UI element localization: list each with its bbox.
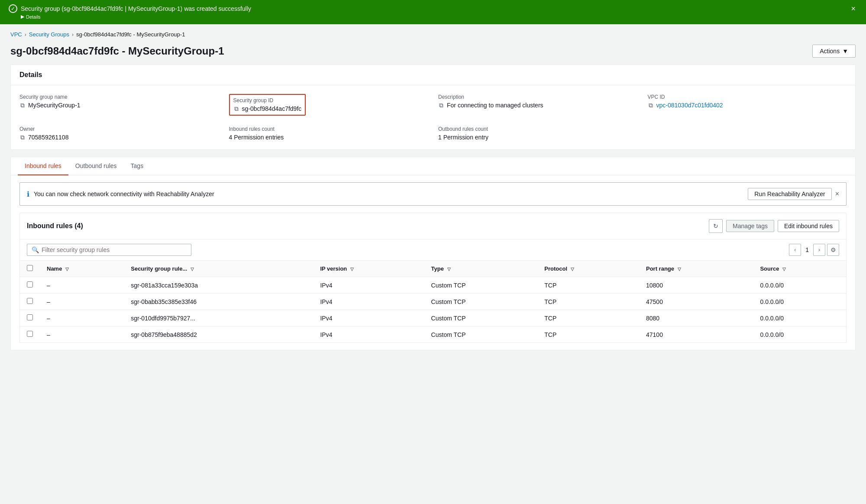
col-protocol: Protocol ▽ xyxy=(537,261,639,277)
rules-header: Inbound rules (4) ↻ Manage tags Edit inb… xyxy=(20,213,846,239)
chevron-down-icon: ▼ xyxy=(842,48,848,55)
main-content: VPC › Security Groups › sg-0bcf984d4ac7f… xyxy=(0,24,866,504)
row-source-3: 0.0.0.0/0 xyxy=(753,326,846,343)
run-reachability-analyzer-button[interactable]: Run Reachability Analyzer xyxy=(748,188,831,200)
detail-sg-name: Security group name ⧉ MySecurityGroup-1 xyxy=(19,94,219,116)
detail-vpc-id: VPC ID ⧉ vpc-081030d7c01fd0402 xyxy=(648,94,847,116)
success-banner: ✓ Security group (sg-0bcf984d4ac7fd9fc |… xyxy=(0,0,866,24)
row-checkbox-cell xyxy=(20,277,40,294)
sort-name-icon: ▽ xyxy=(65,267,69,271)
search-input[interactable] xyxy=(42,246,187,253)
manage-tags-button[interactable]: Manage tags xyxy=(726,220,774,232)
row-name-0: – xyxy=(40,277,124,294)
detail-owner: Owner ⧉ 705859261108 xyxy=(19,126,219,141)
page-header: sg-0bcf984d4ac7fd9fc - MySecurityGroup-1… xyxy=(10,45,856,58)
inbound-rules-title: Inbound rules (4) xyxy=(27,222,83,230)
row-checkbox-cell xyxy=(20,326,40,343)
row-port-range-0: 10800 xyxy=(639,277,753,294)
row-checkbox-1[interactable] xyxy=(27,298,33,304)
table-settings-button[interactable]: ⚙ xyxy=(827,244,839,256)
close-info-banner-button[interactable]: × xyxy=(835,190,839,198)
details-card-header: Details xyxy=(11,65,855,85)
row-ip-version-3: IPv4 xyxy=(313,326,424,343)
detail-inbound-count: Inbound rules count 4 Permission entries xyxy=(229,126,428,141)
row-source-1: 0.0.0.0/0 xyxy=(753,294,846,310)
breadcrumb-current: sg-0bcf984d4ac7fd9fc - MySecurityGroup-1 xyxy=(76,31,185,38)
copy-icon-vpc-id[interactable]: ⧉ xyxy=(648,102,654,108)
sort-sg-rule-icon: ▽ xyxy=(191,267,194,271)
copy-icon-sg-name[interactable]: ⧉ xyxy=(19,102,26,108)
tab-content: ℹ You can now check network connectivity… xyxy=(11,175,855,350)
success-details[interactable]: ▶ Details xyxy=(9,14,251,19)
copy-icon-description[interactable]: ⧉ xyxy=(438,102,444,108)
actions-button[interactable]: Actions ▼ xyxy=(812,45,856,58)
page-number: 1 xyxy=(803,246,811,253)
row-checkbox-2[interactable] xyxy=(27,314,33,320)
tab-outbound-rules[interactable]: Outbound rules xyxy=(68,157,124,175)
sort-port-range-icon: ▽ xyxy=(678,267,681,271)
row-checkbox-3[interactable] xyxy=(27,331,33,337)
sg-name-value: ⧉ MySecurityGroup-1 xyxy=(19,102,219,109)
owner-label: Owner xyxy=(19,126,219,132)
inbound-rules-table: Name ▽ Security group rule... ▽ IP versi… xyxy=(20,261,846,342)
detail-description: Description ⧉ For connecting to managed … xyxy=(438,94,637,116)
row-sg-rule-1: sgr-0babb35c385e33f46 xyxy=(124,294,313,310)
row-checkbox-0[interactable] xyxy=(27,281,33,288)
info-banner-text: You can now check network connectivity w… xyxy=(34,191,214,197)
success-banner-title: ✓ Security group (sg-0bcf984d4ac7fd9fc |… xyxy=(9,4,251,13)
row-protocol-3: TCP xyxy=(537,326,639,343)
sort-ip-version-icon: ▽ xyxy=(350,267,354,271)
info-icon: ℹ xyxy=(27,190,29,198)
checkbox-header xyxy=(20,261,40,277)
row-port-range-1: 47500 xyxy=(639,294,753,310)
col-sg-rule: Security group rule... ▽ xyxy=(124,261,313,277)
detail-empty xyxy=(648,126,847,141)
row-type-1: Custom TCP xyxy=(424,294,538,310)
next-page-button[interactable]: › xyxy=(813,244,825,256)
sort-protocol-icon: ▽ xyxy=(571,267,574,271)
rules-actions: ↻ Manage tags Edit inbound rules xyxy=(709,219,839,233)
row-name-2: – xyxy=(40,310,124,326)
row-port-range-2: 8080 xyxy=(639,310,753,326)
prev-page-button[interactable]: ‹ xyxy=(789,244,801,256)
breadcrumb-sep-2: › xyxy=(72,32,74,38)
filter-row: 🔍 ‹ 1 › ⚙ xyxy=(20,239,846,261)
vpc-id-value: ⧉ vpc-081030d7c01fd0402 xyxy=(648,102,847,109)
sort-source-icon: ▽ xyxy=(782,267,786,271)
row-source-2: 0.0.0.0/0 xyxy=(753,310,846,326)
row-port-range-3: 47100 xyxy=(639,326,753,343)
edit-inbound-rules-button[interactable]: Edit inbound rules xyxy=(778,220,839,232)
refresh-button[interactable]: ↻ xyxy=(709,219,723,233)
chevron-right-icon: ▶ xyxy=(21,14,24,19)
copy-icon-sg-id[interactable]: ⧉ xyxy=(233,106,239,112)
table-row: – sgr-0babb35c385e33f46 IPv4 Custom TCP … xyxy=(20,294,846,310)
success-icon: ✓ xyxy=(9,4,17,13)
sg-id-label: Security group ID xyxy=(233,97,302,103)
breadcrumb-security-groups[interactable]: Security Groups xyxy=(29,31,69,38)
description-label: Description xyxy=(438,94,637,100)
row-ip-version-2: IPv4 xyxy=(313,310,424,326)
col-port-range: Port range ▽ xyxy=(639,261,753,277)
table-row: – sgr-010dfd9975b7927... IPv4 Custom TCP… xyxy=(20,310,846,326)
tab-tags[interactable]: Tags xyxy=(124,157,151,175)
search-icon: 🔍 xyxy=(32,246,39,253)
select-all-checkbox[interactable] xyxy=(27,265,33,271)
rules-table-body: – sgr-081a33cca159e303a IPv4 Custom TCP … xyxy=(20,277,846,343)
sort-type-icon: ▽ xyxy=(447,267,451,271)
row-ip-version-0: IPv4 xyxy=(313,277,424,294)
sg-id-value: ⧉ sg-0bcf984d4ac7fd9fc xyxy=(233,105,302,112)
row-sg-rule-3: sgr-0b875f9eba48885d2 xyxy=(124,326,313,343)
breadcrumb-vpc[interactable]: VPC xyxy=(10,31,22,38)
breadcrumb-sep-1: › xyxy=(25,32,26,38)
breadcrumb: VPC › Security Groups › sg-0bcf984d4ac7f… xyxy=(10,31,856,38)
vpc-id-link[interactable]: vpc-081030d7c01fd0402 xyxy=(656,102,723,109)
detail-sg-id: Security group ID ⧉ sg-0bcf984d4ac7fd9fc xyxy=(229,94,428,116)
success-message: Security group (sg-0bcf984d4ac7fd9fc | M… xyxy=(21,5,251,12)
details-card-body: Security group name ⧉ MySecurityGroup-1 … xyxy=(11,85,855,149)
close-banner-button[interactable]: × xyxy=(849,4,857,13)
row-sg-rule-2: sgr-010dfd9975b7927... xyxy=(124,310,313,326)
row-type-2: Custom TCP xyxy=(424,310,538,326)
copy-icon-owner[interactable]: ⧉ xyxy=(19,134,26,140)
detail-outbound-count: Outbound rules count 1 Permission entry xyxy=(438,126,637,141)
tab-inbound-rules[interactable]: Inbound rules xyxy=(18,157,68,175)
